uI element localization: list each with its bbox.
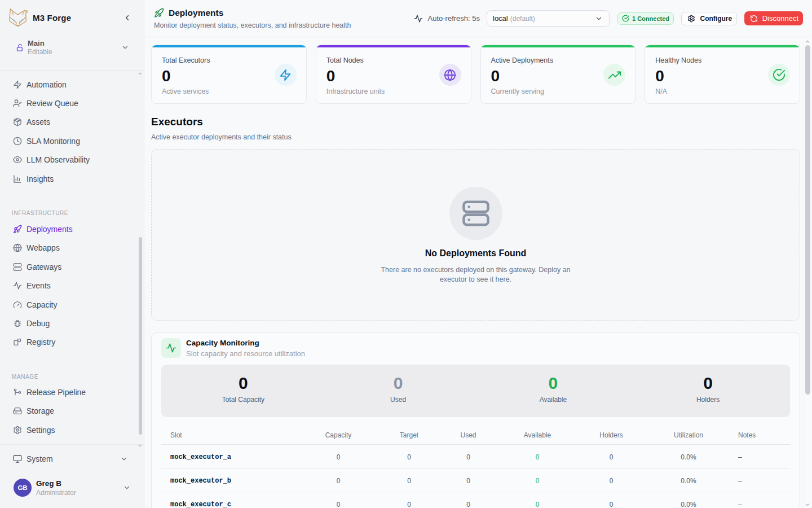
svg-text:3: 3: [25, 8, 28, 14]
